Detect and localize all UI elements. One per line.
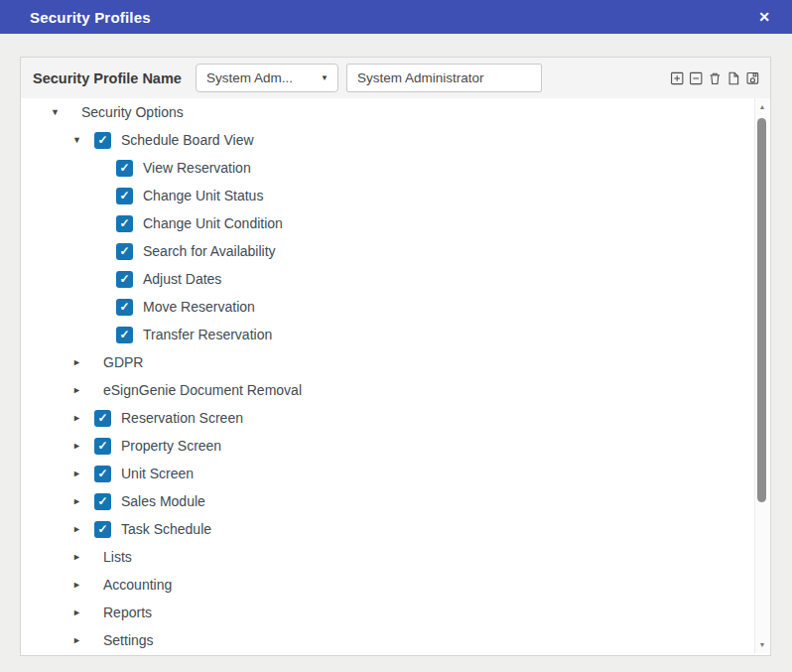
checkbox-move-reservation[interactable]: ✓ (116, 299, 133, 316)
remove-icon (689, 70, 704, 86)
profile-name-label: Security Profile Name (33, 70, 182, 86)
new-document-button[interactable] (726, 69, 741, 86)
checkbox-unit-screen[interactable]: ✓ (94, 466, 111, 482)
tree-item-reservation-screen[interactable]: ►✓Reservation Screen (21, 404, 753, 432)
tree-item-change-unit-status[interactable]: ✓Change Unit Status (21, 182, 753, 209)
tree-item-label: Reservation Screen (121, 410, 243, 426)
profile-select-dropdown[interactable]: System Adm... ▼ (196, 64, 338, 92)
profile-name-input[interactable] (346, 64, 542, 92)
tree-item-change-unit-condition[interactable]: ✓Change Unit Condition (21, 209, 753, 237)
tree-item-label: Schedule Board View (121, 132, 254, 148)
tree-item-esigngenie-document-removal[interactable]: ►eSignGenie Document Removal (21, 376, 753, 404)
tree-item-label: Change Unit Condition (143, 215, 283, 231)
tree-item-label: Change Unit Status (143, 188, 263, 203)
tree-item-security-options[interactable]: ▼Security Options (21, 98, 753, 126)
checkbox-change-unit-status[interactable]: ✓ (116, 188, 133, 204)
scrollbar-thumb[interactable] (757, 118, 766, 502)
close-icon[interactable]: ✕ (758, 10, 770, 24)
tree-item-label: GDPR (103, 354, 143, 370)
remove-button[interactable] (688, 69, 704, 86)
tree-item-property-screen[interactable]: ►✓Property Screen (21, 432, 753, 460)
expand-icon[interactable]: ► (72, 414, 86, 423)
expand-icon[interactable]: ► (72, 497, 86, 506)
tree-item-label: Accounting (103, 577, 172, 593)
tree-item-move-reservation[interactable]: ✓Move Reservation (21, 293, 753, 321)
tree-item-label: Security Options (81, 104, 184, 120)
collapse-icon[interactable]: ▼ (51, 108, 65, 117)
tree-item-label: Transfer Reservation (143, 327, 272, 342)
dialog-titlebar: Security Profiles ✕ (0, 0, 792, 34)
tree-item-label: Task Schedule (121, 521, 211, 537)
tree-item-lists[interactable]: ►Lists (21, 543, 753, 571)
tree-item-label: Reports (103, 605, 152, 620)
expand-icon[interactable]: ► (72, 525, 86, 534)
save-icon (745, 70, 760, 86)
tree-item-label: Lists (103, 549, 132, 565)
tree-item-schedule-board-view[interactable]: ▼✓Schedule Board View (21, 126, 753, 154)
vertical-scrollbar[interactable]: ▲ ▼ (754, 98, 769, 653)
dialog-title: Security Profiles (30, 9, 151, 26)
tree-item-accounting[interactable]: ►Accounting (21, 571, 753, 599)
profile-select-value: System Adm... (206, 70, 317, 85)
expand-icon[interactable]: ► (72, 442, 86, 451)
expand-icon[interactable]: ► (72, 553, 86, 562)
expand-icon[interactable]: ► (72, 470, 86, 478)
checkbox-schedule-board-view[interactable]: ✓ (94, 132, 111, 149)
tree-item-label: View Reservation (143, 160, 251, 176)
tree-item-label: Sales Module (121, 493, 205, 509)
toolbar-actions (669, 69, 760, 86)
expand-icon[interactable]: ► (72, 358, 86, 367)
tree-item-label: Property Screen (121, 438, 221, 454)
tree-item-transfer-reservation[interactable]: ✓Transfer Reservation (21, 321, 753, 348)
checkbox-change-unit-condition[interactable]: ✓ (116, 215, 133, 232)
add-button[interactable] (669, 69, 685, 86)
checkbox-property-screen[interactable]: ✓ (94, 438, 111, 455)
checkbox-adjust-dates[interactable]: ✓ (116, 271, 133, 288)
profile-toolbar: Security Profile Name System Adm... ▼ (21, 58, 770, 98)
tree-item-reports[interactable]: ►Reports (21, 599, 753, 626)
checkbox-reservation-screen[interactable]: ✓ (94, 410, 111, 427)
delete-button[interactable] (707, 69, 723, 86)
delete-icon (708, 70, 723, 86)
save-button[interactable] (744, 69, 760, 86)
checkbox-view-reservation[interactable]: ✓ (116, 160, 133, 177)
add-icon (670, 70, 685, 86)
tree-item-unit-screen[interactable]: ►✓Unit Screen (21, 460, 753, 487)
tree-item-label: Unit Screen (121, 466, 194, 481)
tree-item-label: Move Reservation (143, 299, 255, 315)
checkbox-task-schedule[interactable]: ✓ (94, 521, 111, 538)
tree-item-sales-module[interactable]: ►✓Sales Module (21, 487, 753, 515)
tree-item-gdpr[interactable]: ►GDPR (21, 348, 753, 376)
scroll-up-icon[interactable]: ▲ (755, 103, 769, 110)
tree-item-settings[interactable]: ►Settings (21, 626, 753, 653)
security-options-tree: ▼Security Options▼✓Schedule Board View✓V… (21, 98, 753, 653)
tree-item-label: Adjust Dates (143, 271, 221, 287)
checkbox-search-for-availability[interactable]: ✓ (116, 243, 133, 260)
tree-item-label: Settings (103, 632, 154, 648)
tree-item-view-reservation[interactable]: ✓View Reservation (21, 154, 753, 182)
tree-item-label: eSignGenie Document Removal (103, 382, 302, 398)
expand-icon[interactable]: ► (72, 636, 86, 645)
new-document-icon (726, 70, 741, 86)
chevron-down-icon: ▼ (321, 73, 329, 82)
tree-item-task-schedule[interactable]: ►✓Task Schedule (21, 515, 753, 543)
expand-icon[interactable]: ► (72, 386, 86, 395)
checkbox-sales-module[interactable]: ✓ (94, 493, 111, 510)
tree-item-search-for-availability[interactable]: ✓Search for Availability (21, 237, 753, 265)
collapse-icon[interactable]: ▼ (72, 136, 86, 145)
tree-item-label: Search for Availability (143, 243, 276, 259)
expand-icon[interactable]: ► (72, 608, 86, 617)
tree-item-adjust-dates[interactable]: ✓Adjust Dates (21, 265, 753, 293)
expand-icon[interactable]: ► (72, 581, 86, 590)
scroll-down-icon[interactable]: ▼ (755, 641, 769, 648)
security-profile-panel: Security Profile Name System Adm... ▼ ▼S… (20, 57, 771, 656)
checkbox-transfer-reservation[interactable]: ✓ (116, 327, 133, 343)
